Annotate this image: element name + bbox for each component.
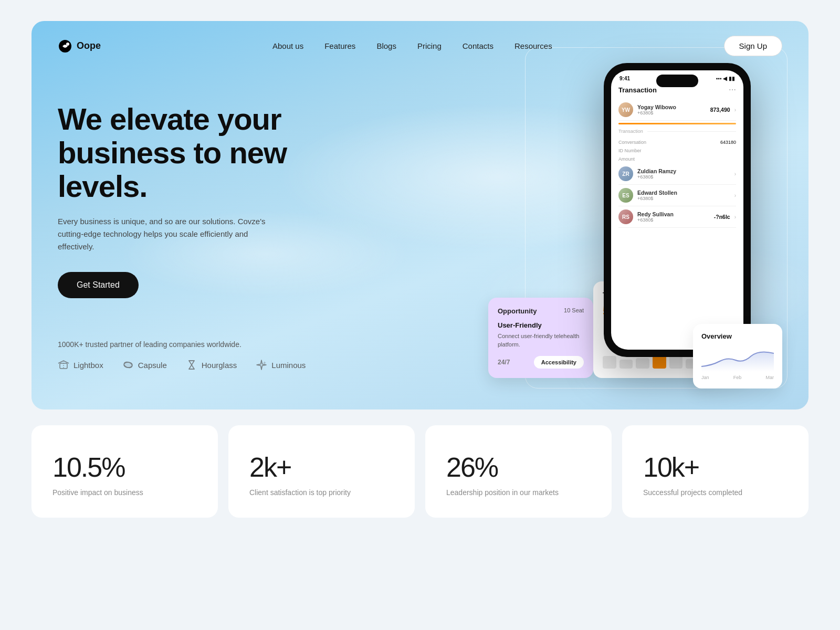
signup-button[interactable]: Sign Up (724, 36, 782, 56)
tx-name-zr: Zuldian Ramzy +6380$ (637, 168, 730, 180)
transaction-row: YW Yogay Wibowo +6380$ 873,490 › (618, 99, 736, 121)
phone-notch (656, 75, 698, 87)
hourglass-icon (186, 359, 197, 371)
tx-name-rs: Redy Sullivan +6380$ (637, 211, 710, 223)
stat-label-2: Leadership position in our markets (446, 488, 591, 497)
overview-x-labels: Jan Feb Mar (701, 375, 774, 380)
tx-amount-yogay: 873,490 (710, 107, 730, 113)
stat-label-0: Positive impact on business (52, 488, 197, 497)
svg-point-1 (66, 43, 69, 46)
bar-3 (636, 358, 649, 369)
tx-name-es: Edward Stollen +6380$ (637, 190, 730, 201)
stat-card-2: 26% Leadership position in our markets (425, 425, 612, 518)
nav-contacts[interactable]: Contacts (463, 41, 494, 51)
stats-section: 10.5% Positive impact on business 2k+ Cl… (32, 425, 808, 518)
hero-content: We elevate your business to new levels. … (32, 71, 326, 298)
stat-label-3: Successful projects completed (643, 488, 788, 497)
phone-section-divider: Transaction (618, 129, 736, 134)
partner-luminous: Luminous (256, 359, 306, 371)
nav-resources[interactable]: Resources (514, 41, 552, 51)
transaction-row-zr: ZR Zuldian Ramzy +6380$ › (618, 163, 736, 185)
opportunity-card: Opportunity 10 Seat User-Friendly Connec… (488, 298, 593, 378)
progress-bar (618, 123, 736, 124)
bar-1 (603, 356, 616, 369)
transaction-row-es: ES Edward Stollen +6380$ › (618, 185, 736, 206)
x-label-jan: Jan (701, 375, 709, 380)
partner-hourglass-label: Hourglass (202, 361, 237, 370)
transaction-menu-icon: ⋯ (729, 86, 736, 94)
stat-number-0: 10.5% (52, 452, 197, 483)
stat-number-3: 10k+ (643, 452, 788, 483)
sparkle-icon (256, 359, 267, 371)
avatar-zr: ZR (618, 166, 633, 181)
stat-card-0: 10.5% Positive impact on business (32, 425, 218, 518)
hero-title: We elevate your business to new levels. (58, 102, 299, 203)
phone-area: Opportunity 10 Seat User-Friendly Connec… (488, 52, 782, 410)
stat-number-2: 26% (446, 452, 591, 483)
nav-about[interactable]: About us (272, 41, 303, 51)
navbar: Oope About us Features Blogs Pricing Con… (32, 21, 808, 71)
logo-text: Oope (77, 40, 101, 51)
stat-card-3: 10k+ Successful projects completed (622, 425, 808, 518)
partner-lightbox-label: Lightbox (74, 361, 103, 370)
capsule-icon (122, 359, 134, 371)
overview-card: Overview Jan Fe (693, 324, 782, 388)
label-row-id: ID Number (618, 146, 736, 155)
nav-blogs[interactable]: Blogs (376, 41, 396, 51)
opp-footer: 24/7 Accessibility (498, 356, 584, 369)
nav-links: About us Features Blogs Pricing Contacts… (272, 41, 552, 51)
avatar-rs: RS (618, 209, 633, 224)
partner-lightbox: Lightbox (58, 359, 103, 371)
partner-capsule: Capsule (122, 359, 167, 371)
stat-label-1: Client satisfaction is top priority (249, 488, 394, 497)
phone-mockup: 9:41 ▪▪▪ ◀ ▮▮ Transaction ⋯ YW Yogay Wib (604, 63, 751, 357)
arrow-icon-rs: › (734, 214, 736, 220)
nav-pricing[interactable]: Pricing (417, 41, 442, 51)
logo: Oope (58, 39, 101, 54)
arrow-icon-es: › (734, 193, 736, 198)
partner-hourglass: Hourglass (186, 359, 237, 371)
phone-content: Transaction ⋯ YW Yogay Wibowo +6380$ 873… (611, 81, 743, 232)
accessibility-button[interactable]: Accessibility (534, 356, 584, 369)
x-label-feb: Feb (733, 375, 742, 380)
stat-number-1: 2k+ (249, 452, 394, 483)
opp-feature: User-Friendly (498, 321, 584, 329)
logo-icon (58, 39, 72, 54)
box-icon (58, 359, 69, 371)
partner-capsule-label: Capsule (138, 361, 167, 370)
hero-subtitle: Every business is unique, and so are our… (58, 215, 278, 253)
avatar-es: ES (618, 188, 633, 203)
hero-section: Oope About us Features Blogs Pricing Con… (32, 21, 808, 410)
arrow-icon: › (734, 107, 736, 113)
arrow-icon-zr: › (734, 171, 736, 177)
x-label-mar: Mar (766, 375, 774, 380)
opp-header: Opportunity 10 Seat (498, 307, 584, 315)
stat-card-1: 2k+ Client satisfaction is top priority (228, 425, 415, 518)
nav-features[interactable]: Features (324, 41, 355, 51)
label-row-amount: Amount (618, 155, 736, 163)
opp-hours: 24/7 (498, 359, 510, 366)
opp-description: Connect user-friendly telehealth platfor… (498, 332, 584, 349)
opp-title: Opportunity (498, 307, 537, 315)
phone-time: 9:41 (620, 76, 630, 81)
opp-seats: 10 Seat (564, 307, 584, 315)
overview-chart (701, 345, 774, 372)
transaction-row-rs: RS Redy Sullivan +6380$ -?n6lc › (618, 206, 736, 228)
transaction-title: Transaction (618, 86, 657, 94)
line-chart (701, 345, 774, 372)
overview-title: Overview (701, 332, 774, 340)
avatar-yw: YW (618, 102, 633, 117)
phone-signal: ▪▪▪ ◀ ▮▮ (716, 76, 735, 81)
bar-2 (620, 360, 633, 369)
tx-amount-rs: -?n6lc (714, 214, 730, 220)
partner-luminous-label: Luminous (271, 361, 306, 370)
svg-point-5 (123, 361, 132, 369)
get-started-button[interactable]: Get Started (58, 272, 139, 298)
tx-name-yogay: Yogay Wibowo +6380$ (637, 104, 706, 116)
label-row-conv: Conversation 643180 (618, 138, 736, 146)
phone-screen: 9:41 ▪▪▪ ◀ ▮▮ Transaction ⋯ YW Yogay Wib (611, 70, 743, 350)
